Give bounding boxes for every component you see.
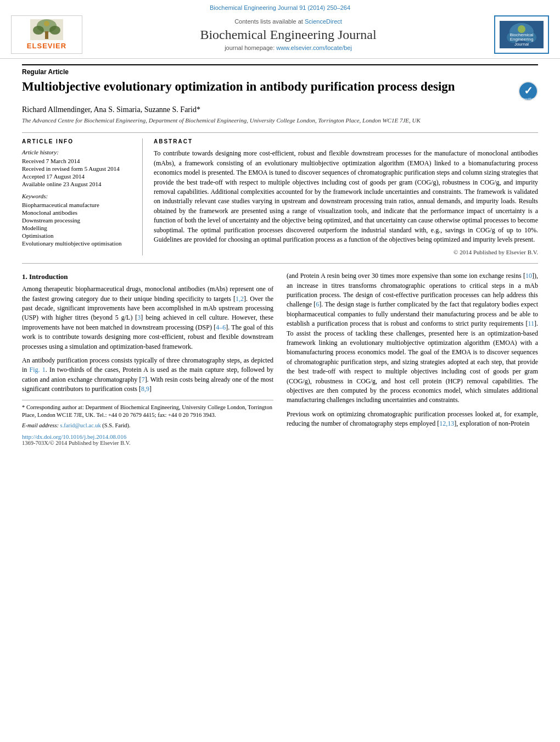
- body-right-paragraph-1: (and Protein A resin being over 30 times…: [287, 271, 538, 405]
- email-link[interactable]: s.farid@ucl.ac.uk: [60, 422, 101, 428]
- body-paragraph-1: Among therapeutic biopharmaceutical drug…: [22, 284, 273, 352]
- abstract-column: ABSTRACT To contribute towards designing…: [143, 138, 538, 255]
- sciencedirect-link[interactable]: ScienceDirect: [305, 18, 342, 25]
- article-section: Regular Article Multiobjective evolution…: [0, 59, 560, 255]
- elsevier-logo: ELSEVIER: [11, 15, 82, 54]
- fig1-link[interactable]: Fig. 1: [30, 366, 46, 373]
- footnote-section: * Corresponding author at: Department of…: [22, 400, 273, 446]
- issn-line: 1369-703X/© 2014 Published by Elsevier B…: [22, 440, 273, 446]
- svg-point-3: [49, 26, 60, 35]
- ref-6b[interactable]: 6: [316, 300, 319, 308]
- keyword-6: Evolutionary multiobjective optimisation: [22, 240, 133, 247]
- abstract-text: To contribute towards designing more cos…: [154, 149, 538, 244]
- body-left-column: 1. Introduction Among therapeutic biopha…: [22, 271, 273, 445]
- elsevier-tree-icon: [30, 19, 63, 40]
- svg-point-5: [44, 21, 49, 26]
- article-info-heading: ARTICLE INFO: [22, 138, 133, 144]
- accepted-date: Accepted 17 August 2014: [22, 173, 133, 180]
- ref-8-9[interactable]: 8,9: [141, 385, 149, 393]
- paper-title: Multiobjective evolutionary optimization…: [22, 79, 518, 95]
- keyword-5: Optimisation: [22, 232, 133, 239]
- authors-line: Richard Allmendinger, Ana S. Simaria, Su…: [22, 105, 538, 114]
- homepage-line: journal homepage: www.elsevier.com/locat…: [93, 44, 483, 51]
- section1-heading: 1. Introduction: [22, 272, 273, 281]
- footnote-email: E-mail address: s.farid@ucl.ac.uk (S.S. …: [22, 422, 273, 430]
- journal-logos-row: ELSEVIER Contents lists available at Sci…: [11, 13, 549, 56]
- footnote-star-note: * Corresponding author at: Department of…: [22, 404, 273, 420]
- available-date: Available online 23 August 2014: [22, 181, 133, 187]
- keyword-3: Downstream processing: [22, 217, 133, 224]
- crossmark-icon[interactable]: ✓ CrossMark: [518, 81, 538, 101]
- svg-text:✓: ✓: [524, 85, 533, 97]
- homepage-link[interactable]: www.elsevier.com/locate/bej: [276, 44, 352, 51]
- keyword-4: Modelling: [22, 225, 133, 231]
- keywords-label: Keywords:: [22, 193, 133, 199]
- ref-7[interactable]: 7: [142, 376, 145, 383]
- bej-logo-image: BiochemicalEngineeringJournal: [500, 21, 544, 48]
- abstract-heading: ABSTRACT: [154, 138, 538, 144]
- ref-1-2[interactable]: 1,2: [236, 295, 244, 303]
- body-paragraph-2: An antibody purification process consist…: [22, 356, 273, 394]
- keyword-2: Monoclonal antibodies: [22, 209, 133, 216]
- journal-main-title: Biochemical Engineering Journal: [93, 27, 483, 43]
- svg-point-2: [33, 26, 44, 35]
- body-right-column: (and Protein A resin being over 30 times…: [287, 271, 538, 445]
- title-crossmark-row: Multiobjective evolutionary optimization…: [22, 79, 538, 101]
- article-history-label: Article history:: [22, 149, 133, 155]
- ref-11[interactable]: 11: [528, 320, 534, 327]
- ref-4-6[interactable]: 4–6: [216, 323, 226, 331]
- contents-line: Contents lists available at ScienceDirec…: [93, 18, 483, 25]
- ref-3[interactable]: 3: [137, 314, 141, 321]
- bej-logo-box: BiochemicalEngineeringJournal: [494, 15, 549, 54]
- article-type-label: Regular Article: [22, 64, 538, 76]
- elsevier-brand-text: ELSEVIER: [27, 42, 66, 50]
- journal-header: Biochemical Engineering Journal 91 (2014…: [0, 0, 560, 59]
- svg-text:CrossMark: CrossMark: [522, 97, 535, 101]
- body-right-paragraph-2: Previous work on optimizing chromatograp…: [287, 410, 538, 429]
- affiliation-line: The Advanced Centre for Biochemical Engi…: [22, 116, 538, 125]
- svg-rect-4: [45, 31, 48, 39]
- article-info-column: ARTICLE INFO Article history: Received 7…: [22, 138, 143, 255]
- revised-date: Received in revised form 5 August 2014: [22, 165, 133, 172]
- ref-10[interactable]: 10: [525, 272, 532, 280]
- ref-12-13[interactable]: 12,13: [439, 420, 454, 427]
- main-body: 1. Introduction Among therapeutic biopha…: [0, 271, 560, 445]
- journal-reference: Biochemical Engineering Journal 91 (2014…: [11, 4, 549, 11]
- keyword-1: Biopharmaceutical manufacture: [22, 202, 133, 208]
- bej-logo-text: BiochemicalEngineeringJournal: [500, 33, 544, 47]
- copyright-line: © 2014 Published by Elsevier B.V.: [154, 249, 538, 255]
- svg-point-10: [518, 25, 525, 33]
- article-info-abstract-section: ARTICLE INFO Article history: Received 7…: [22, 132, 538, 255]
- received-date: Received 7 March 2014: [22, 158, 133, 164]
- doi-link[interactable]: http://dx.doi.org/10.1016/j.bej.2014.08.…: [22, 433, 273, 440]
- journal-title-block: Contents lists available at ScienceDirec…: [82, 18, 494, 52]
- section-divider: [22, 263, 538, 264]
